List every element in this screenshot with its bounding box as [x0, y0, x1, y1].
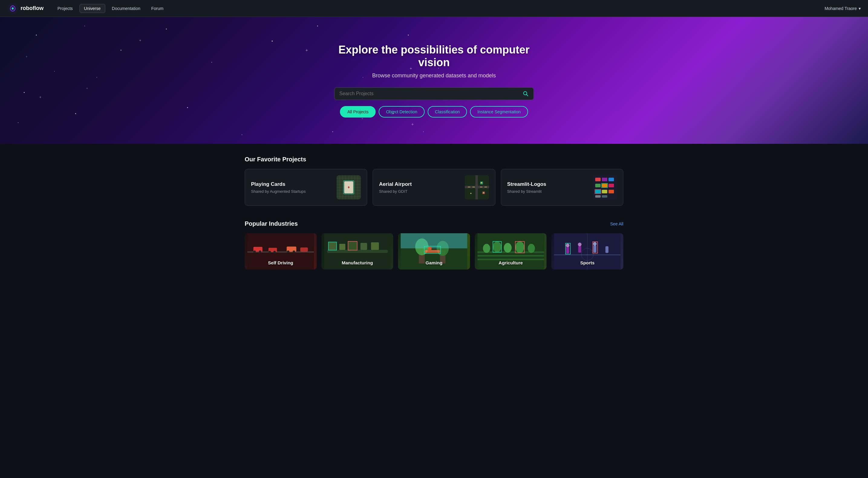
project-info-playing-cards: Playing Cards Shared by Augmented Startu…: [251, 181, 332, 194]
svg-rect-64: [609, 178, 614, 181]
hero-section: + + + + + + + + Explore the possibilitie…: [0, 17, 868, 144]
project-card-streamlit-logos[interactable]: Streamlit-Logos Shared by Streamlit: [501, 169, 623, 206]
industry-card-manufacturing[interactable]: Manufacturing: [321, 233, 394, 270]
svg-rect-68: [595, 190, 601, 193]
svg-point-121: [566, 243, 569, 247]
search-button[interactable]: [523, 91, 529, 97]
project-thumbnail-playing-cards: ♦: [337, 175, 361, 199]
search-input[interactable]: [339, 91, 520, 96]
svg-rect-54: [480, 187, 483, 187]
svg-rect-126: [606, 246, 609, 253]
project-info-streamlit-logos: Streamlit-Logos Shared by Streamlit: [507, 181, 588, 194]
svg-rect-91: [348, 242, 356, 250]
favorite-section-header: Our Favorite Projects: [245, 156, 623, 163]
svg-point-9: [211, 62, 212, 63]
project-author-streamlit-logos: Shared by Streamlit: [507, 189, 588, 194]
svg-rect-120: [566, 247, 569, 253]
svg-point-125: [593, 242, 597, 246]
svg-point-110: [493, 241, 501, 252]
svg-point-111: [504, 243, 512, 252]
favorite-section-title: Our Favorite Projects: [245, 156, 306, 163]
hero-title: Explore the possibilities of computer vi…: [334, 43, 534, 69]
svg-point-15: [18, 123, 19, 123]
filter-all-projects[interactable]: All Projects: [340, 106, 376, 117]
svg-rect-102: [425, 250, 440, 253]
project-name-aerial-airport: Aerial Airport: [379, 181, 460, 187]
svg-point-78: [253, 250, 256, 253]
see-all-industries-link[interactable]: See All: [610, 221, 623, 226]
svg-point-5: [54, 71, 55, 72]
industry-card-sports[interactable]: Sports: [551, 233, 623, 270]
svg-point-21: [187, 107, 188, 108]
filter-object-detection[interactable]: Object Detection: [379, 106, 425, 117]
svg-point-79: [259, 250, 261, 253]
industry-label-sports: Sports: [580, 260, 595, 265]
industries-grid: Self Driving Manufactu: [245, 233, 623, 270]
project-author-playing-cards: Shared by Augmented Startups: [251, 189, 332, 194]
svg-rect-122: [578, 246, 581, 252]
svg-rect-124: [593, 245, 596, 252]
svg-point-57: [483, 192, 484, 193]
svg-point-1: [12, 7, 13, 9]
industry-card-self-driving[interactable]: Self Driving: [245, 233, 317, 270]
svg-point-113: [528, 244, 535, 253]
svg-rect-89: [329, 242, 336, 250]
hero-subtitle: Browse community generated datasets and …: [334, 72, 534, 79]
svg-rect-55: [485, 187, 487, 187]
logo-text: roboflow: [21, 5, 43, 11]
filter-instance-segmentation[interactable]: Instance Segmentation: [470, 106, 528, 117]
project-card-aerial-airport[interactable]: Aerial Airport Shared by GDIT: [373, 169, 495, 206]
svg-rect-71: [595, 195, 601, 198]
svg-point-82: [273, 251, 276, 253]
svg-point-19: [332, 131, 333, 132]
svg-rect-92: [360, 243, 367, 250]
svg-rect-52: [468, 187, 470, 187]
industry-card-gaming[interactable]: Gaming: [398, 233, 470, 270]
project-card-playing-cards[interactable]: Playing Cards Shared by Augmented Startu…: [245, 169, 367, 206]
roboflow-logo-icon: [7, 3, 18, 14]
logo[interactable]: roboflow: [7, 3, 43, 14]
svg-point-109: [483, 244, 490, 253]
svg-text:+: +: [362, 117, 363, 120]
svg-rect-93: [371, 242, 379, 250]
favorite-projects-section: Our Favorite Projects Playing Cards Shar…: [245, 156, 623, 206]
svg-point-85: [293, 250, 295, 253]
svg-rect-63: [602, 178, 607, 181]
svg-text:+: +: [86, 87, 88, 90]
svg-text:♦: ♦: [348, 184, 350, 190]
svg-point-11: [317, 26, 318, 27]
nav-forum[interactable]: Forum: [147, 4, 167, 13]
svg-point-81: [269, 251, 271, 253]
project-name-streamlit-logos: Streamlit-Logos: [507, 181, 588, 187]
svg-rect-86: [300, 247, 308, 252]
svg-point-3: [84, 26, 85, 26]
nav-links: Projects Universe Documentation Forum: [53, 4, 825, 13]
svg-rect-65: [595, 184, 601, 187]
industries-section-header: Popular Industries See All: [245, 220, 623, 227]
navbar: roboflow Projects Universe Documentation…: [0, 0, 868, 17]
svg-point-56: [480, 182, 482, 184]
svg-point-84: [287, 250, 289, 253]
search-icon: [523, 91, 529, 97]
popular-industries-section: Popular Industries See All: [245, 220, 623, 270]
user-menu[interactable]: Mohamed Traore ▾: [825, 6, 861, 11]
svg-point-2: [36, 35, 37, 36]
nav-projects[interactable]: Projects: [53, 4, 77, 13]
svg-point-4: [121, 50, 122, 51]
svg-text:+: +: [139, 38, 141, 43]
svg-rect-70: [609, 190, 614, 193]
svg-point-10: [272, 40, 273, 42]
nav-universe[interactable]: Universe: [80, 4, 105, 13]
hero-content: Explore the possibilities of computer vi…: [328, 43, 540, 117]
industry-card-agriculture[interactable]: Agriculture: [475, 233, 547, 270]
svg-point-18: [423, 131, 424, 132]
svg-point-58: [470, 193, 471, 194]
industry-label-agriculture: Agriculture: [499, 260, 523, 265]
playing-cards-thumbnail-svg: ♦: [337, 175, 361, 199]
svg-text:+: +: [306, 48, 308, 53]
svg-point-20: [242, 134, 242, 135]
nav-documentation[interactable]: Documentation: [108, 4, 145, 13]
svg-rect-53: [472, 187, 475, 187]
filter-classification[interactable]: Classification: [428, 106, 467, 117]
svg-rect-51: [475, 175, 478, 199]
